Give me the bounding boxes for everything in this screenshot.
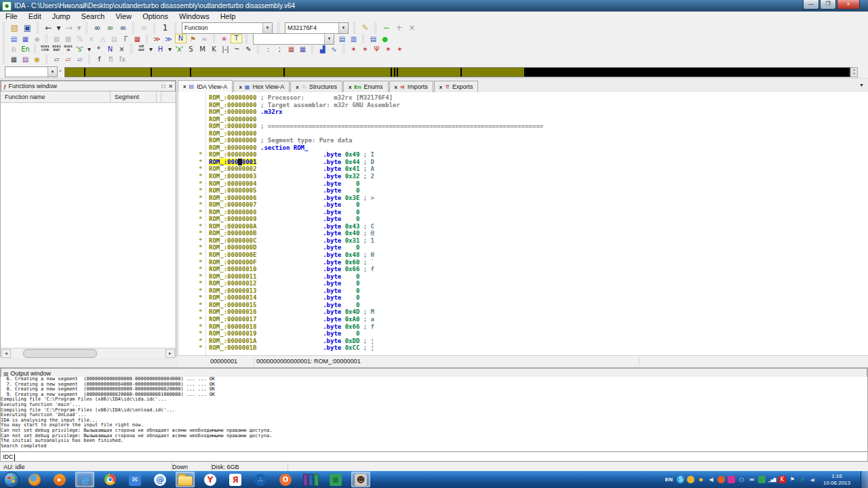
remove-view-button[interactable]: − <box>380 22 392 33</box>
tab-close-icon[interactable]: x <box>183 83 186 89</box>
save-file-button[interactable]: ▣ <box>22 22 33 33</box>
make-code-button[interactable]: 0101COD <box>40 45 50 54</box>
disassembly-line[interactable]: *ROM_:00000014 .byte 0 <box>178 294 868 302</box>
nav-back-dropdown[interactable]: ▾ <box>56 22 62 33</box>
panel-close-icon[interactable]: ✕ <box>168 83 173 89</box>
make-align-button[interactable]: * <box>94 45 104 54</box>
enums-window-button[interactable]: En <box>20 45 31 54</box>
taskbar-mailru-agent[interactable]: @ <box>151 472 170 487</box>
disassembly-line[interactable]: ROM_:00000000.section ROM_ <box>178 144 868 152</box>
number-dropdown[interactable]: ▾ <box>167 45 173 54</box>
menu-search[interactable]: Search <box>76 12 111 22</box>
nav-forward-dropdown[interactable]: ▾ <box>76 22 82 33</box>
load-desktop-button[interactable]: ▥ <box>349 35 359 43</box>
disassembly-line[interactable]: *ROM_:00000006 .byte 0x3E ; > <box>178 195 868 202</box>
disassembly-line[interactable]: ROM_:00000000; =========================… <box>178 123 868 130</box>
column-header-function-name[interactable]: Function name <box>1 92 111 102</box>
segments-window-button[interactable]: ≫ <box>152 35 162 43</box>
disassembly-line[interactable]: *ROM_:00000016 .byte 0x4D ; M <box>178 308 868 316</box>
navband-combobox[interactable]: ▼ <box>5 66 58 77</box>
edit-pen-button[interactable]: ✎ <box>243 45 254 54</box>
disassembly-line[interactable]: *ROM_:0000000C .byte 0x31 ; 1 <box>178 237 868 245</box>
menu-options[interactable]: Options <box>137 12 174 22</box>
disassembly-line[interactable]: *ROM_:00000019 .byte 0 <box>178 330 868 338</box>
desktop-combobox[interactable]: ▼ <box>253 33 334 45</box>
idc-command-input[interactable]: IDC <box>1 451 867 461</box>
signal-chart-button[interactable]: ∿ <box>329 45 339 54</box>
close-view-button[interactable]: × <box>406 22 418 33</box>
make-name-button[interactable]: N <box>105 45 115 54</box>
xrefs-from-button[interactable]: ▦ <box>286 45 296 54</box>
breakpoints-button[interactable]: ✳ <box>219 35 229 43</box>
disassembly-line[interactable]: ROM_:00000000 <box>178 116 868 123</box>
taskbar-internet-explorer[interactable]: e <box>75 472 94 487</box>
offset-data-button[interactable]: Offdat <box>136 45 146 54</box>
disassembly-line[interactable]: *ROM_:00000004 .byte 0 <box>178 180 868 188</box>
title-bar[interactable]: ◈ IDA - C:\Users\Николай\Desktop\outland… <box>0 0 868 12</box>
search-text-button[interactable]: ∞ <box>92 22 103 33</box>
disassembly-line[interactable]: *ROM_:00000017 .byte 0xA0 ; a <box>178 316 868 323</box>
functions-list[interactable] <box>1 103 176 348</box>
tab-exports[interactable]: x⇈Exports <box>434 81 479 92</box>
disassembly-line[interactable]: ROM_:00000000 <box>178 130 868 138</box>
disassembly-line[interactable]: ROM_:00000000; Processor: m32rx [M32176F… <box>178 94 868 102</box>
tray-volume-alt[interactable]: ◀ <box>707 476 715 483</box>
make-data-button[interactable]: 0101DAT <box>52 45 62 54</box>
make-k-button[interactable]: K <box>209 45 219 54</box>
output-log[interactable]: 6. Creating a new segment (0000000000800… <box>1 377 867 451</box>
hex-number-button[interactable]: H <box>155 45 165 54</box>
disassembly-line[interactable]: *ROM_:00000000 .byte 0x49 ; I <box>178 151 868 159</box>
disassembly-line[interactable]: *ROM_:00000011 .byte 0 <box>178 273 868 281</box>
string-dropdown[interactable]: ▾ <box>86 45 92 54</box>
show-desktop-button[interactable] <box>861 471 868 488</box>
close-button[interactable]: x <box>837 0 860 9</box>
address-combobox[interactable]: M32176F4▼ <box>285 22 349 34</box>
tab-hex-view-a[interactable]: x▦Hex View-A <box>233 81 290 92</box>
tab-list-dropdown-icon[interactable]: ▼ <box>859 83 864 87</box>
segregs-window-button[interactable]: ≫ <box>163 35 174 43</box>
undefine-button[interactable]: × <box>117 45 127 54</box>
nav-back-button[interactable]: ← <box>43 22 54 33</box>
column-header-segment[interactable]: Segment <box>111 92 157 102</box>
start-button[interactable] <box>3 472 20 488</box>
tray-green-app[interactable] <box>758 476 766 483</box>
script-window-button[interactable]: ▤ <box>368 35 378 43</box>
xref-graph-button[interactable]: Ψ <box>372 45 382 54</box>
disassembly-line[interactable]: *ROM_:0000001B .byte 0xCC ; ¦ <box>178 344 868 352</box>
tray-orange-app[interactable] <box>717 476 725 483</box>
disassembly-line[interactable]: *ROM_:00000015 .byte 0 <box>178 302 868 309</box>
structures-window-button[interactable]: ♘ <box>9 45 19 54</box>
taskbar-media-player[interactable]: ▶ <box>50 472 69 487</box>
tray-action-flag[interactable]: ⚑ <box>789 476 796 483</box>
tile-windows-blue-button[interactable]: ▱ <box>75 55 85 64</box>
tab-structures[interactable]: x♘Structures <box>290 81 342 92</box>
chevron-down-icon[interactable]: ▼ <box>324 34 334 44</box>
tracing-button[interactable]: T <box>231 34 242 43</box>
tab-close-icon[interactable]: x <box>439 84 442 90</box>
nav-forward-button[interactable]: → <box>63 22 75 33</box>
disasm-window-button[interactable]: ▤ <box>9 35 19 43</box>
hex-window-button[interactable]: ▦ <box>20 35 31 43</box>
maximize-button[interactable]: ❐ <box>820 0 836 9</box>
taskbar-yandex[interactable]: Я <box>226 472 245 487</box>
tray-ring-app[interactable]: ○ <box>738 476 745 483</box>
stack-chart-button[interactable]: ▟ <box>317 45 328 54</box>
toggle-sign-button[interactable]: ~ <box>232 45 242 54</box>
navband-scroll-buttons[interactable]: ▲▼ <box>850 67 858 77</box>
disassembly-line[interactable]: *ROM_:00000018 .byte 0x66 ; f <box>178 323 868 331</box>
search-next-button[interactable]: ∞ <box>104 22 116 33</box>
taskbar-photo-app[interactable]: ☻ <box>351 472 370 487</box>
wrench-setup-button[interactable]: Γ <box>121 35 131 43</box>
signatures-button[interactable]: ⚑ <box>188 35 198 43</box>
add-view-button[interactable]: + <box>393 22 405 33</box>
disassembly-line[interactable]: *ROM_:0000000F .byte 0x60 ; ` <box>178 259 868 266</box>
menu-file[interactable]: File <box>0 12 23 22</box>
language-indicator[interactable]: EN <box>665 476 673 483</box>
menu-jump[interactable]: Jump <box>47 12 76 22</box>
menu-edit[interactable]: Edit <box>23 12 47 22</box>
calendar-button[interactable]: ▤ <box>20 55 31 64</box>
disassembly-line[interactable]: *ROM_:00000005 .byte 0 <box>178 187 868 195</box>
menu-windows[interactable]: Windows <box>174 12 215 22</box>
problems-button[interactable]: ≈ <box>199 35 210 43</box>
xref-tree-to-button[interactable]: ✶ <box>395 45 405 54</box>
